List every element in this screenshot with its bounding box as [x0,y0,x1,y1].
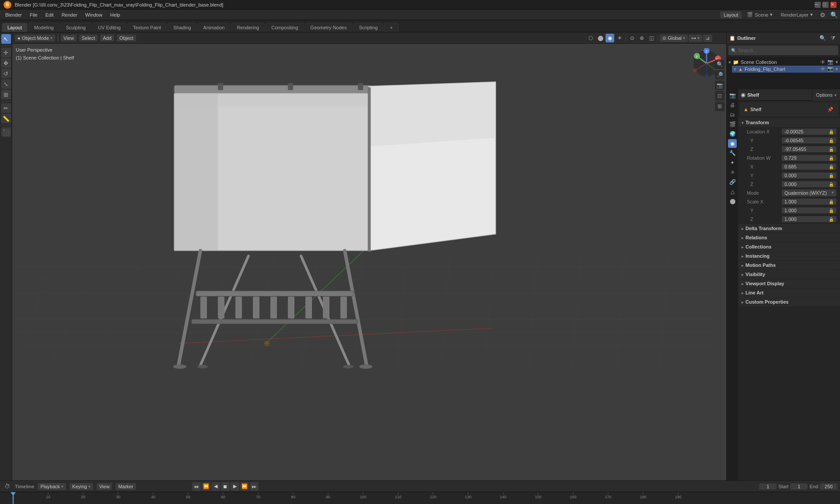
menu-help[interactable]: Help [107,11,124,18]
tool-move[interactable]: ✥ [1,58,11,68]
tab-shading[interactable]: Shading [168,23,196,32]
scale-y-field[interactable]: 1.000 🔒 [782,207,836,214]
collections-header[interactable]: ▸ Collections [738,242,840,251]
menu-file[interactable]: File [26,11,41,18]
timeline-view-menu[interactable]: View [97,483,112,490]
menu-blender[interactable]: Blender [2,11,25,18]
marker-menu[interactable]: Marker [116,483,136,490]
props-tab-render[interactable]: 📷 [728,91,737,100]
jump-end-button[interactable]: ⏭ [250,482,259,491]
tool-add-cube[interactable]: ⬛ [1,127,11,137]
tool-rotate[interactable]: ↺ [1,69,11,78]
viewport-shading-render[interactable]: ☀ [615,34,624,42]
tab-scripting[interactable]: Scripting [353,23,383,32]
props-tab-material[interactable]: ⬤ [728,197,737,206]
jump-next-button[interactable]: ⏩ [240,482,249,491]
tool-cursor[interactable]: ✛ [1,48,11,57]
rotation-z-field[interactable]: 0.000 🔒 [782,181,836,187]
tab-geometry-nodes[interactable]: Geometry Nodes [304,23,352,32]
props-object-pin[interactable]: 📌 [826,105,835,114]
outliner-scene-collection[interactable]: ▾ 📁 Scene Collection 👁 📷 ● [727,59,840,66]
stop-button[interactable]: ⏹ [221,482,230,491]
playback-menu[interactable]: Playback ▾ [38,483,66,490]
minimize-button[interactable]: ─ [815,2,821,8]
current-frame-display[interactable]: 1 [759,483,777,490]
frame-selected-button[interactable]: ⊡ [715,91,724,101]
viewport-3d[interactable]: User Perspective (1) Scene Collection | … [12,44,726,480]
viewport-shading-wire[interactable]: ⬡ [586,34,595,42]
tab-animation[interactable]: Animation [198,23,231,32]
location-y-lock[interactable]: 🔒 [829,138,834,143]
outliner-object-render-icon[interactable]: ● [835,66,838,72]
scale-x-field[interactable]: 1.000 🔒 [782,199,836,205]
menu-edit[interactable]: Edit [42,11,57,18]
tab-compositing[interactable]: Compositing [266,23,304,32]
location-z-field[interactable]: -97.05455 🔒 [782,146,836,152]
rotation-y-field[interactable]: 0.000 🔒 [782,172,836,178]
rotation-x-lock[interactable]: 🔒 [829,164,834,169]
outliner-render-icon[interactable]: ● [835,59,838,65]
props-tab-data[interactable]: △ [728,187,737,196]
props-tab-view-layer[interactable]: 🗂 [728,110,737,119]
props-tab-modifiers[interactable]: 🔧 [728,149,737,158]
mode-selector[interactable]: ● Object Mode ▾ [15,35,55,42]
motion-paths-header[interactable]: ▸ Motion Paths [738,261,840,270]
visibility-header[interactable]: ▸ Visibility [738,270,840,279]
tab-texture-paint[interactable]: Texture Paint [127,23,167,32]
viewport-display-header[interactable]: ▸ Viewport Display [738,279,840,288]
close-button[interactable]: ✕ [830,2,836,8]
zoom-out-button[interactable]: 🔎 [715,70,724,80]
keying-menu[interactable]: Keying ▾ [70,483,93,490]
rotation-w-field[interactable]: 0.729 🔒 [782,155,836,161]
outliner-eye-icon[interactable]: 👁 [820,59,826,65]
scale-y-lock[interactable]: 🔒 [829,208,834,213]
viewport-overlay-toggle[interactable]: ⊙ [628,34,637,42]
props-tab-constraints[interactable]: 🔗 [728,178,737,186]
outliner-object-camera-icon[interactable]: 📷 [827,66,833,72]
viewport-shading-material[interactable]: ◉ [606,34,614,42]
outliner-camera-icon[interactable]: 📷 [827,59,833,65]
prefs-button[interactable]: ⚙ [818,10,827,19]
tab-rendering[interactable]: Rendering [231,23,265,32]
scale-x-lock[interactable]: 🔒 [829,200,834,204]
renderlayer-selector[interactable]: RenderLayer ▾ [778,12,816,18]
proportional-editing[interactable]: ⊿ [703,35,712,42]
workspace-layout-menu[interactable]: Layout [720,11,742,18]
zoom-in-button[interactable]: 🔍 [715,60,724,69]
scale-z-field[interactable]: 1.000 🔒 [782,216,836,222]
props-tab-world[interactable]: 🌍 [728,130,737,138]
tab-sculpting[interactable]: Sculpting [60,23,91,32]
location-y-field[interactable]: -0.06545 🔒 [782,137,836,144]
viewport-shading-solid[interactable]: ⬤ [596,34,605,42]
timeline-track[interactable]: 1 10 20 30 40 50 60 70 80 90 100 110 120 [0,492,840,504]
tool-scale[interactable]: ⤡ [1,79,11,89]
add-menu[interactable]: Add [100,35,114,42]
search-button[interactable]: 🔍 [830,10,838,19]
scene-selector[interactable]: 🎬 Scene ▾ [744,12,775,18]
rotation-mode-dropdown[interactable]: Quaternion (WXYZ) ▾ [782,189,836,196]
line-art-header[interactable]: ▸ Line Art [738,288,840,297]
tab-uv-editing[interactable]: UV Editing [92,23,126,32]
maximize-button[interactable]: □ [822,2,829,8]
props-tab-scene[interactable]: 🎬 [728,120,737,129]
outliner-object-eye-icon[interactable]: 👁 [820,66,826,72]
props-tab-output[interactable]: 🖨 [728,101,737,109]
view-menu[interactable]: View [61,35,77,42]
props-tab-particles[interactable]: ✦ [728,158,737,167]
viewport-gizmo-toggle[interactable]: ⊕ [637,34,646,42]
object-menu[interactable]: Object [117,35,136,42]
tab-add[interactable]: + [384,23,398,32]
menu-render[interactable]: Render [58,11,81,18]
jump-prev-button[interactable]: ⏪ [202,482,210,491]
scale-z-lock[interactable]: 🔒 [829,217,834,222]
outliner-filter[interactable]: ⧩ [829,34,837,42]
tab-modeling[interactable]: Modeling [28,23,60,32]
snap-toggle[interactable]: ⊶ ▾ [689,35,702,42]
viewport-xray-toggle[interactable]: ◫ [647,34,656,42]
outliner-search-bar[interactable]: 🔍 Search... [728,46,838,55]
location-x-field[interactable]: -0.00025 🔒 [782,129,836,135]
collect-button[interactable]: ⊞ [715,102,724,111]
delta-transform-header[interactable]: ▸ Delta Transform [738,224,840,233]
rotation-z-lock[interactable]: 🔒 [829,182,834,187]
outliner-flip-chart[interactable]: ▾ ▲ Folding_Flip_Chart 👁 📷 ● [732,66,840,73]
